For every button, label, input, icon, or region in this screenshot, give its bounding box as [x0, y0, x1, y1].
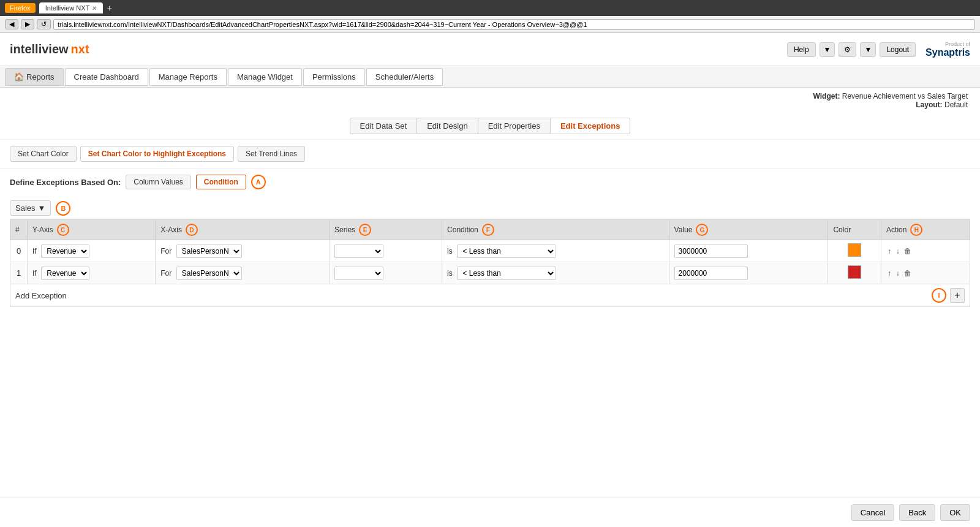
row0-x-axis: For SalesPersonN Region Product	[156, 240, 330, 262]
row0-color-swatch[interactable]	[848, 243, 861, 257]
row0-x-axis-select[interactable]: SalesPersonN Region Product	[176, 245, 242, 258]
manage-reports-label: Manage Reports	[159, 72, 217, 82]
reload-btn[interactable]: ↺	[37, 19, 51, 29]
sales-row: Sales ▼ B	[10, 198, 970, 219]
settings-dropdown-button[interactable]: ▼	[860, 42, 876, 57]
nav-tab-manage-reports[interactable]: Manage Reports	[149, 68, 227, 86]
row0-condition-select[interactable]: < Less than > Greater than <= Less than …	[457, 245, 556, 258]
circle-f: F	[482, 224, 494, 236]
help-button[interactable]: Help	[787, 42, 816, 57]
nav-tab-manage-widget[interactable]: Manage Widget	[228, 68, 302, 86]
logo-nxt: nxt	[71, 42, 89, 56]
row1-x-axis: For SalesPersonN Region Product	[156, 262, 330, 284]
circle-d: D	[186, 224, 198, 236]
circle-c: C	[57, 224, 69, 236]
address-input[interactable]	[53, 19, 975, 30]
row1-series-select[interactable]	[334, 267, 383, 280]
row1-color-swatch[interactable]	[848, 265, 861, 279]
permissions-label: Permissions	[312, 72, 356, 82]
row1-for-label: For	[160, 269, 172, 278]
nav-tab-scheduler[interactable]: Scheduler/Alerts	[366, 68, 443, 86]
nav-tab-reports[interactable]: 🏠 Reports	[5, 68, 64, 86]
product-of-label: Product of	[925, 41, 970, 47]
logo-intelliview: intelliview	[10, 42, 69, 56]
set-chart-color-highlight-btn[interactable]: Set Chart Color to Highlight Exceptions	[80, 146, 234, 162]
forward-nav-btn[interactable]: ▶	[21, 19, 34, 29]
sales-dropdown-value: Sales	[15, 203, 36, 213]
row0-delete-btn[interactable]: 🗑	[903, 247, 913, 256]
col-y-axis: Y-Axis C	[28, 220, 156, 240]
define-exceptions-row: Define Exceptions Based On: Column Value…	[0, 169, 980, 195]
column-values-btn[interactable]: Column Values	[126, 175, 190, 189]
browser-chrome: Firefox Intelliview NXT ✕ +	[0, 0, 980, 16]
circle-e: E	[359, 224, 371, 236]
circle-g: G	[696, 224, 708, 236]
row1-up-btn[interactable]: ↑	[886, 269, 892, 278]
edit-design-tab[interactable]: Edit Design	[417, 118, 478, 134]
edit-tabs-container: Edit Data Set Edit Design Edit Propertie…	[0, 110, 980, 140]
col-series-label: Series	[334, 226, 355, 234]
col-y-axis-label: Y-Axis	[32, 226, 53, 234]
row1-value-input[interactable]	[674, 267, 748, 280]
row0-is-label: is	[447, 247, 453, 256]
exceptions-table: # Y-Axis C X-Axis D Series E	[10, 219, 970, 284]
condition-btn[interactable]: Condition	[196, 175, 246, 189]
row1-series	[330, 262, 442, 284]
tab-title: Intelliview NXT	[45, 4, 90, 12]
layout-value: Default	[944, 100, 968, 109]
col-color: Color	[828, 220, 881, 240]
row0-series-select[interactable]	[334, 245, 383, 258]
sales-dropdown-arrow: ▼	[38, 203, 46, 213]
row0-y-axis-select[interactable]: Revenue Sales Target	[41, 245, 89, 258]
row1-condition-select[interactable]: < Less than > Greater than <= Less than …	[457, 267, 556, 280]
circle-h: H	[910, 224, 922, 236]
table-row: 0 If Revenue Sales Target For SalesPerso…	[10, 240, 970, 262]
nav-tab-create-dashboard[interactable]: Create Dashboard	[65, 68, 148, 86]
row1-down-btn[interactable]: ↓	[895, 269, 901, 278]
layout-label: Layout:	[916, 100, 942, 109]
edit-dataset-tab[interactable]: Edit Data Set	[350, 118, 418, 134]
col-action-label: Action	[886, 226, 907, 234]
col-value: Value G	[669, 220, 828, 240]
col-series: Series E	[330, 220, 442, 240]
set-chart-color-btn[interactable]: Set Chart Color	[10, 146, 77, 162]
row0-up-btn[interactable]: ↑	[886, 247, 892, 256]
row1-value	[669, 262, 828, 284]
add-exception-label: Add Exception	[15, 291, 67, 300]
add-exception-btn[interactable]: +	[950, 288, 965, 303]
row0-value-input[interactable]	[674, 245, 748, 258]
row1-y-axis: If Revenue Sales Target	[28, 262, 156, 284]
help-dropdown-button[interactable]: ▼	[820, 42, 835, 57]
row1-index: 1	[10, 262, 28, 284]
nav-tabs: 🏠 Reports Create Dashboard Manage Report…	[0, 66, 980, 88]
row0-down-btn[interactable]: ↓	[895, 247, 901, 256]
row1-y-axis-select[interactable]: Revenue Sales Target	[41, 267, 89, 280]
row1-x-axis-select[interactable]: SalesPersonN Region Product	[176, 267, 242, 280]
col-condition: Condition F	[442, 220, 669, 240]
circle-i: I	[932, 288, 946, 303]
logout-button[interactable]: Logout	[880, 42, 916, 57]
nav-tab-permissions[interactable]: Permissions	[303, 68, 365, 86]
new-tab-icon[interactable]: +	[107, 3, 111, 13]
col-x-axis: X-Axis D	[156, 220, 330, 240]
manage-widget-label: Manage Widget	[237, 72, 293, 82]
col-value-label: Value	[674, 226, 693, 234]
col-action: Action H	[881, 220, 970, 240]
row1-delete-btn[interactable]: 🗑	[903, 269, 913, 278]
settings-button[interactable]: ⚙	[839, 42, 856, 57]
edit-exceptions-tab[interactable]: Edit Exceptions	[551, 118, 631, 134]
edit-properties-tab[interactable]: Edit Properties	[478, 118, 551, 134]
synaptris-name: Synaptris	[925, 47, 970, 58]
sales-dropdown[interactable]: Sales ▼	[10, 200, 51, 216]
row0-for-label: For	[160, 247, 172, 256]
row1-color	[828, 262, 881, 284]
header-right: Help ▼ ⚙ ▼ Logout Product of Synaptris	[787, 41, 970, 58]
set-trend-lines-btn[interactable]: Set Trend Lines	[238, 146, 305, 162]
browser-tab[interactable]: Intelliview NXT ✕	[39, 2, 104, 13]
app-header: intelliview nxt Help ▼ ⚙ ▼ Logout Produc…	[0, 33, 980, 66]
back-nav-btn[interactable]: ◀	[5, 19, 18, 29]
create-dashboard-label: Create Dashboard	[74, 72, 139, 82]
tab-close-icon[interactable]: ✕	[92, 5, 97, 12]
widget-label: Widget:	[813, 92, 840, 100]
firefox-button[interactable]: Firefox	[5, 3, 36, 13]
